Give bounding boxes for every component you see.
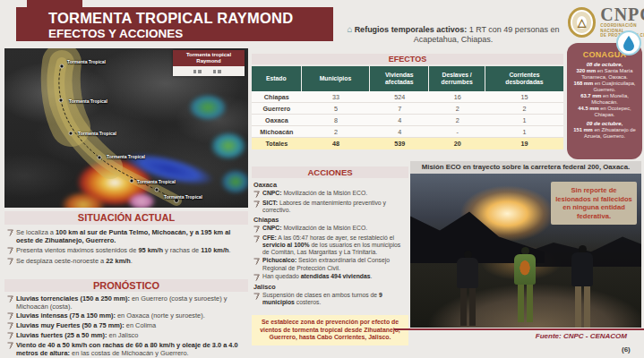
list-item: CNPC: Movilización de la Misión ECO. bbox=[253, 225, 408, 234]
tornado-bullet-icon bbox=[253, 258, 260, 266]
table-row: Oaxaca 8 4 2 1 bbox=[252, 115, 563, 126]
list-item: Han quedado atendidas 494 viviendas. bbox=[253, 273, 408, 282]
conagua-date: 09 de octubre, bbox=[571, 121, 639, 127]
legend-marker-icon bbox=[213, 70, 224, 73]
conagua-entry: 63.7 mm en Morelia, Michoacán. bbox=[571, 93, 639, 106]
track-label: Tormenta Tropical bbox=[69, 98, 107, 104]
prevention-notice: Se establece zona de prevención por efec… bbox=[252, 315, 408, 345]
tornado-bullet-icon bbox=[7, 332, 13, 340]
refugios-note: ⌂Refugios temporales activos: 1 RT con 4… bbox=[339, 24, 568, 45]
shelter-icon: ⌂ bbox=[348, 24, 353, 34]
list-item: Presenta vientos máximos sostenidos de 9… bbox=[7, 246, 245, 255]
table-row: Michoacán 2 4 - 1 bbox=[252, 126, 563, 138]
column-header: Municipios bbox=[302, 66, 371, 91]
list-item: Pichucalco: Sesión extraordinaria del Co… bbox=[253, 257, 408, 272]
conagua-entry: 168 mm en Cuajinicuilapa, Guerrero. bbox=[571, 81, 639, 93]
acciones-header: ACCIONES bbox=[252, 166, 408, 178]
tornado-bullet-icon bbox=[253, 191, 260, 199]
table-totals-row: Totales 48 539 20 19 bbox=[252, 138, 563, 149]
track-label: Tormenta Tropical bbox=[78, 131, 116, 136]
refugios-text: Refugios temporales activos: 1 RT con 49… bbox=[355, 25, 560, 44]
storm-track-map: Tormenta Tropical Tormenta Tropical Torm… bbox=[4, 48, 248, 208]
list-item: Lluvias muy Fuertes (50 a 75 mm): en Col… bbox=[7, 321, 247, 330]
tornado-bullet-icon bbox=[7, 312, 13, 320]
column-header: Corrientes desbordadas bbox=[485, 66, 563, 91]
list-item: Se desplaza oeste-noroeste a 22 km/h. bbox=[7, 257, 245, 266]
track-label: Tormenta Tropical bbox=[164, 194, 202, 200]
mission-eco-photo: Sin reporte de lesionados ni fallecidos … bbox=[410, 174, 641, 328]
track-label: Tormenta Tropical bbox=[137, 179, 176, 184]
list-item: Suspensión de clases en ambos turnos de … bbox=[253, 292, 408, 307]
water-drop-icon bbox=[616, 30, 641, 55]
track-label: Tormenta Tropical bbox=[67, 59, 106, 64]
tornado-bullet-icon bbox=[253, 274, 260, 282]
pronostico-header: PRONÓSTICO bbox=[4, 279, 248, 292]
list-item: CFE: A las 05:47 horas de ayer, se resta… bbox=[253, 234, 408, 257]
list-item: Lluvias fuertes (25 a 50 mm): en Jalisco bbox=[7, 331, 247, 340]
table-row: Chiapas 33 524 16 15 bbox=[252, 91, 563, 103]
column-header: Deslaves / derrumbes bbox=[429, 66, 485, 91]
pronostico-list: Lluvias torrenciales (150 a 250 mm): en … bbox=[7, 294, 247, 357]
state-heading: Jalisco bbox=[253, 283, 408, 291]
list-item: Viento de 40 a 50 km/h con rachas de 60 … bbox=[7, 341, 247, 357]
state-heading: Chiapas bbox=[253, 216, 408, 224]
title-banner: TORMENTA TROPICAL RAYMOND EFECTOS Y ACCI… bbox=[16, 7, 333, 41]
list-item: Se localiza a 100 km al sur de Punta Tel… bbox=[7, 228, 245, 244]
cnpc-emblem-icon: △ bbox=[568, 7, 596, 38]
conagua-entry: 44.5 mm en Ocotepec, Chiapas. bbox=[571, 106, 639, 118]
slide: TORMENTA TROPICAL RAYMOND EFECTOS Y ACCI… bbox=[0, 0, 644, 358]
person-silhouette bbox=[514, 247, 536, 322]
column-header: Estado bbox=[252, 66, 302, 91]
conagua-panel: CONAGUA 08 de octubre, 320 mm en Santa M… bbox=[567, 43, 642, 159]
conagua-date: 08 de octubre, bbox=[571, 62, 639, 68]
map-legend-title-line2: Raymond bbox=[174, 58, 244, 64]
page-title: TORMENTA TROPICAL RAYMOND bbox=[48, 10, 333, 27]
list-item: CNPC: Movilización de la Misión ECO. bbox=[253, 190, 408, 199]
column-header: Viviendas afectadas bbox=[370, 66, 429, 91]
tornado-bullet-icon bbox=[7, 247, 13, 255]
map-legend-title-line1: Tormenta tropical bbox=[174, 52, 244, 58]
no-casualties-notice: Sin reporte de lesionados ni fallecidos … bbox=[551, 182, 637, 225]
person-silhouette bbox=[571, 245, 593, 328]
tornado-bullet-icon bbox=[7, 342, 13, 350]
list-item: SICT: Labores de mantenimiento preventiv… bbox=[253, 200, 408, 215]
efectos-table: Estado Municipios Viviendas afectadas De… bbox=[252, 66, 563, 149]
table-header-row: Estado Municipios Viviendas afectadas De… bbox=[252, 66, 563, 91]
tornado-bullet-icon bbox=[7, 295, 13, 303]
list-item: Lluvias torrenciales (150 a 250 mm): en … bbox=[7, 294, 247, 311]
conagua-entry: 320 mm en Santa María Tonameca, Oaxaca. bbox=[571, 68, 639, 81]
situacion-header: SITUACIÓN ACTUAL bbox=[4, 211, 248, 225]
page-subtitle: EFECTOS Y ACCIONES bbox=[48, 27, 333, 40]
table-row: Guerrero 5 7 2 2 bbox=[252, 103, 563, 115]
tornado-bullet-icon bbox=[7, 258, 13, 266]
page-number: (6) bbox=[622, 345, 631, 354]
track-label: Tormenta Tropical bbox=[107, 154, 145, 159]
conagua-entry: 151 mm en Zihuatanejo de Azueta, Guerrer… bbox=[571, 127, 639, 140]
cnpc-acronym: CNPC bbox=[600, 6, 644, 23]
list-item: Lluvias intensas (75 a 150 mm): en Oaxac… bbox=[7, 311, 247, 320]
situacion-list: Se localiza a 100 km al sur de Punta Tel… bbox=[7, 228, 245, 266]
tornado-bullet-icon bbox=[253, 226, 260, 234]
state-heading: Oaxaca bbox=[253, 181, 408, 189]
source-credit: Fuente: CNPC - CENACOM bbox=[412, 332, 627, 340]
acciones-list: Oaxaca CNPC: Movilización de la Misión E… bbox=[253, 181, 408, 307]
tornado-bullet-icon bbox=[253, 200, 260, 209]
header-accent-tab bbox=[27, 0, 82, 7]
map-legend: Tormenta tropical Raymond bbox=[173, 50, 245, 76]
person-silhouette bbox=[457, 251, 478, 326]
tornado-bullet-icon bbox=[7, 229, 13, 237]
legend-marker-icon bbox=[193, 70, 204, 73]
efectos-header: EFECTOS bbox=[252, 54, 563, 64]
tornado-bullet-icon bbox=[7, 322, 13, 330]
tornado-bullet-icon bbox=[253, 235, 260, 243]
photo-caption: Misión ECO en trayecto sobre la carreter… bbox=[410, 161, 641, 174]
tornado-bullet-icon bbox=[253, 293, 260, 301]
footer-divider bbox=[394, 328, 644, 330]
